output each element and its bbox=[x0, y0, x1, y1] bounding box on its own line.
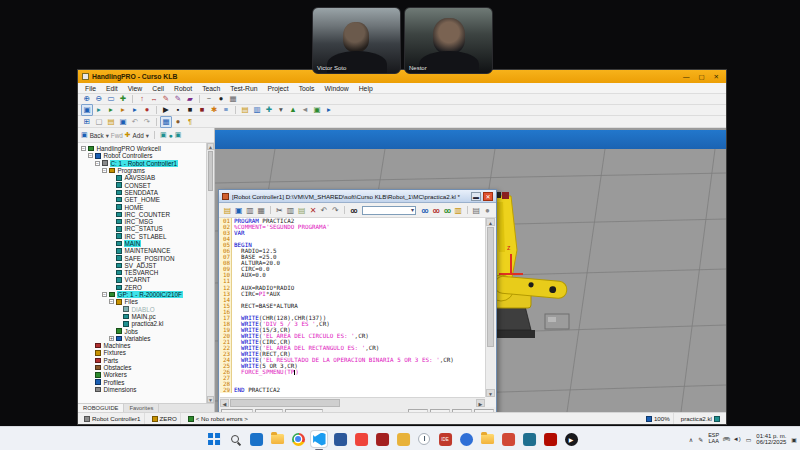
tree-item[interactable]: −Programs bbox=[78, 167, 206, 174]
file-explorer-icon[interactable] bbox=[269, 431, 285, 447]
menu-tools[interactable]: Tools bbox=[294, 85, 320, 92]
tree-expander-icon[interactable]: + bbox=[109, 336, 114, 341]
camera-icon[interactable]: ▭ bbox=[746, 436, 752, 443]
search-button[interactable] bbox=[227, 431, 243, 447]
outlook-icon[interactable] bbox=[248, 431, 264, 447]
find-all-icon[interactable]: oo bbox=[441, 207, 452, 214]
add-dropdown-icon[interactable]: ▾ bbox=[146, 132, 149, 139]
help-icon[interactable]: ● bbox=[482, 206, 493, 215]
status-file[interactable]: practica2.kl bbox=[678, 413, 723, 424]
media-player-icon[interactable]: ▶ bbox=[563, 431, 579, 447]
open-icon[interactable]: ▤ bbox=[222, 206, 233, 215]
tree-item[interactable]: GET_HOME bbox=[78, 196, 206, 203]
scroll-up-icon[interactable]: ▲ bbox=[207, 143, 214, 150]
tree-item[interactable]: CONSET bbox=[78, 181, 206, 188]
paste-icon[interactable]: ▤ bbox=[296, 206, 307, 215]
profile-icon[interactable]: ▣ bbox=[311, 105, 323, 115]
tree-item[interactable]: Dimensions bbox=[78, 386, 206, 393]
tree-item[interactable]: Parts bbox=[78, 357, 206, 364]
add-button[interactable]: Add bbox=[133, 132, 144, 139]
tree-item[interactable]: −Files bbox=[78, 298, 206, 305]
find-icon[interactable]: oo bbox=[348, 207, 359, 214]
zoom-out-icon[interactable]: ⊖ bbox=[93, 94, 105, 104]
camera-icon[interactable]: ● bbox=[215, 94, 227, 104]
tree-item[interactable]: −HandlingPRO Workcell bbox=[78, 145, 206, 152]
tree-item[interactable]: MAINTENANCE bbox=[78, 247, 206, 254]
tree-item[interactable]: Jobs bbox=[78, 327, 206, 334]
tree-item[interactable]: MAIN.pc bbox=[78, 313, 206, 320]
tree-scrollbar[interactable]: ▲ ▼ bbox=[206, 143, 214, 403]
roboguide-ide-icon[interactable]: IDE bbox=[437, 431, 453, 447]
status-errors[interactable]: < No robot errors > bbox=[185, 413, 639, 424]
tree-item[interactable]: MAIN bbox=[78, 240, 206, 247]
tree-expander-icon[interactable]: − bbox=[95, 161, 100, 166]
mute-icon[interactable]: ◄ bbox=[299, 105, 311, 115]
properties-icon[interactable]: ▣ bbox=[175, 131, 182, 139]
tree-item[interactable]: Machines bbox=[78, 342, 206, 349]
tree-expander-icon[interactable]: − bbox=[102, 168, 107, 173]
powerpoint-icon[interactable] bbox=[500, 431, 516, 447]
scroll-down-icon[interactable]: ▼ bbox=[207, 396, 214, 403]
tree-item[interactable]: IRC_COUNTER bbox=[78, 211, 206, 218]
tab-favorites[interactable]: Favorites bbox=[124, 404, 159, 412]
find-combobox[interactable] bbox=[362, 206, 416, 215]
scroll-left-icon[interactable]: ◀ bbox=[220, 399, 229, 407]
scroll-thumb[interactable] bbox=[487, 227, 494, 347]
tree-item[interactable]: practica2.kl bbox=[78, 320, 206, 327]
tree-expander-icon[interactable]: − bbox=[88, 153, 93, 158]
redo-icon[interactable]: ↷ bbox=[330, 206, 341, 215]
save-cell-icon[interactable]: ▣ bbox=[117, 117, 129, 127]
notification-icon[interactable]: ▣ bbox=[791, 436, 797, 443]
build-icon[interactable]: ▤ bbox=[471, 206, 482, 215]
editor-close-button[interactable]: ✕ bbox=[483, 192, 493, 201]
editor-vertical-scrollbar[interactable]: ▲ ▼ bbox=[485, 218, 495, 397]
tree-item[interactable]: −GP: 1 - R-2000iC/210F bbox=[78, 291, 206, 298]
menu-test-run[interactable]: Test-Run bbox=[225, 85, 262, 92]
tree-item[interactable]: ZERO bbox=[78, 284, 206, 291]
editor-horizontal-scrollbar[interactable]: ◀ ▶ bbox=[220, 397, 485, 407]
tree-item[interactable]: IRC_MSG bbox=[78, 218, 206, 225]
tree-expander-icon[interactable]: − bbox=[102, 292, 107, 297]
step-icon[interactable]: ▪ bbox=[172, 105, 184, 115]
scroll-right-icon[interactable]: ▶ bbox=[476, 399, 485, 407]
target-icon[interactable]: ● bbox=[141, 105, 153, 115]
clock-date[interactable]: 01:41 p. m. 06/12/2025 bbox=[756, 433, 786, 446]
anydesk-icon[interactable] bbox=[353, 431, 369, 447]
snapshot-icon[interactable]: ▦ bbox=[227, 94, 239, 104]
minimize-button[interactable]: — bbox=[683, 73, 690, 81]
tree-item[interactable]: Fixtures bbox=[78, 349, 206, 356]
jog-tool-icon[interactable]: ▸ bbox=[105, 105, 117, 115]
scroll-thumb[interactable] bbox=[208, 151, 213, 191]
delete-icon[interactable]: ✕ bbox=[307, 206, 318, 215]
editor-minimize-button[interactable]: ▬ bbox=[471, 192, 481, 201]
tree-item[interactable]: VCARNT bbox=[78, 276, 206, 283]
stop-icon[interactable]: ■ bbox=[196, 105, 208, 115]
fault-reset-icon[interactable]: ✱ bbox=[208, 105, 220, 115]
tree-item[interactable]: SV_ADJST bbox=[78, 262, 206, 269]
menu-project[interactable]: Project bbox=[262, 85, 293, 92]
tree-item[interactable]: IRC_STATUS bbox=[78, 225, 206, 232]
tree-item[interactable]: Obstacles bbox=[78, 364, 206, 371]
word-icon[interactable] bbox=[332, 431, 348, 447]
tray-chevron-icon[interactable]: ∧ bbox=[689, 436, 693, 443]
jog-frame-icon[interactable]: ▸ bbox=[93, 105, 105, 115]
menu-cell[interactable]: Cell bbox=[147, 85, 169, 92]
view-up-icon[interactable]: ↑ bbox=[136, 94, 148, 104]
tree-item[interactable]: Profiles bbox=[78, 379, 206, 386]
tree-item[interactable]: −C: 1 - Robot Controller1 bbox=[78, 160, 206, 167]
save-icon[interactable]: ▣ bbox=[233, 206, 244, 215]
back-button[interactable]: Back bbox=[90, 132, 104, 139]
editor-title-bar[interactable]: [Robot Controller1] D:\VM\VM_SHARED\soft… bbox=[219, 190, 496, 203]
forward-button[interactable]: Fwd bbox=[111, 132, 123, 139]
status-controller[interactable]: Robot Controller1 bbox=[81, 413, 145, 424]
teach-tool-icon[interactable]: ▣ bbox=[81, 104, 93, 116]
menu-help[interactable]: Help bbox=[354, 85, 378, 92]
tab-roboguide[interactable]: ROBOGUIDE bbox=[78, 404, 124, 412]
tree-item[interactable]: AAVSSIAB bbox=[78, 174, 206, 181]
find-next-icon[interactable]: oo bbox=[419, 207, 430, 214]
tree-icon[interactable]: ▲ bbox=[287, 105, 299, 115]
paint-icon[interactable]: ▰ bbox=[184, 94, 196, 104]
wifi-icon[interactable]: ))) bbox=[722, 437, 729, 441]
menu-edit[interactable]: Edit bbox=[101, 85, 123, 92]
tree-expander-icon[interactable]: − bbox=[81, 146, 86, 151]
